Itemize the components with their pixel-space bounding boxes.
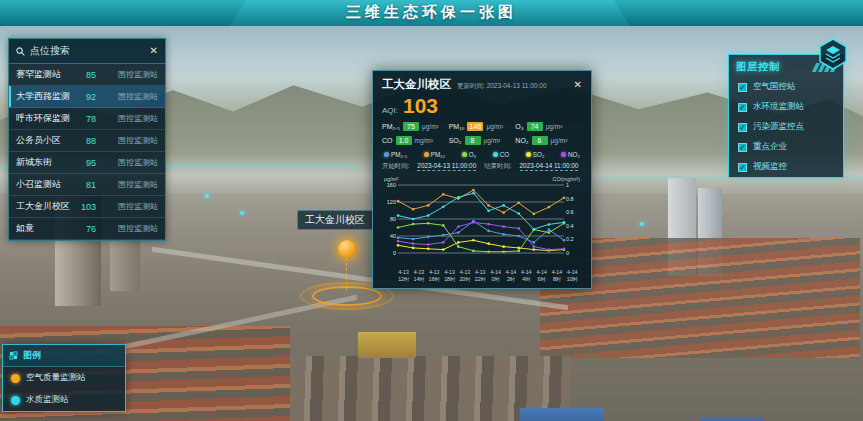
legend-title: 图例: [23, 349, 41, 362]
checkbox-checked-icon[interactable]: ✓: [738, 103, 747, 112]
x-tick-label: 4-148时: [549, 269, 564, 282]
x-tick-label: 4-1322时: [473, 269, 488, 282]
svg-text:1: 1: [566, 182, 569, 188]
station-list: 赛罕监测站85国控监测站大学西路监测站92国控监测站呼市环保监测站78国控监测站…: [9, 64, 165, 240]
station-type: 国控监测站: [100, 91, 158, 102]
layer-toggle[interactable]: ✓重点企业: [729, 137, 843, 157]
pollutant-reading: PM₂.₅75μg/m³: [382, 122, 449, 131]
station-row[interactable]: 如意76国控监测站: [9, 218, 165, 240]
layers-icon[interactable]: [818, 38, 848, 70]
x-tick-label: 4-1410时: [565, 269, 580, 282]
x-tick-label: 4-142时: [503, 269, 518, 282]
close-icon[interactable]: ✕: [150, 46, 158, 56]
layer-label: 视频监控: [753, 161, 787, 173]
svg-text:0: 0: [566, 250, 569, 256]
pollutant-reading: O₃74μg/m³: [515, 122, 582, 131]
station-type: 国控监测站: [100, 201, 158, 212]
layer-toggle[interactable]: ✓水环境监测站: [729, 97, 843, 117]
svg-text:160: 160: [387, 182, 396, 188]
legend-dot: [462, 152, 467, 157]
station-type: 国控监测站: [100, 157, 158, 168]
app-root: { "header": { "title": "三维生态环保一张图" }, "s…: [0, 0, 863, 421]
station-aqi: 85: [74, 70, 96, 80]
app-title: 三维生态环保一张图: [0, 3, 863, 22]
station-row[interactable]: 工大金川校区103国控监测站: [9, 196, 165, 218]
chart-legend-item[interactable]: O₃: [462, 151, 476, 158]
station-type: 国控监测站: [100, 179, 158, 190]
svg-text:120: 120: [387, 199, 396, 205]
aqi-row: AQI: 103: [382, 95, 582, 116]
station-row[interactable]: 大学西路监测站92国控监测站: [9, 86, 165, 108]
chart-legend-item[interactable]: NO₂: [561, 151, 580, 158]
station-type: 国控监测站: [100, 113, 158, 124]
start-time-value[interactable]: 2023-04-13 11:00:00: [417, 162, 476, 171]
station-name: 新城东街: [16, 156, 70, 169]
chart-legend-item[interactable]: CO: [493, 151, 509, 158]
legend-marker-icon: [11, 396, 20, 405]
x-tick-label: 4-140时: [488, 269, 503, 282]
svg-text:0.8: 0.8: [566, 196, 574, 202]
checkbox-checked-icon[interactable]: ✓: [738, 123, 747, 132]
pollutant-name: NO₂: [515, 137, 528, 144]
layer-toggle[interactable]: ✓污染源监控点: [729, 117, 843, 137]
legend-label: SO₂: [533, 151, 545, 158]
poi-dot[interactable]: [640, 222, 644, 226]
x-tick-label: 4-1320时: [457, 269, 472, 282]
map-legend-panel: 图例 空气质量监测站水质监测站: [2, 344, 126, 412]
checkbox-checked-icon[interactable]: ✓: [738, 143, 747, 152]
chart-legend-item[interactable]: PM₂.₅: [384, 151, 407, 158]
legend-icon: [9, 351, 18, 360]
pollutant-reading: CO1.0mg/m³: [382, 136, 449, 145]
station-name: 呼市环保监测站: [16, 112, 70, 125]
building-block: [358, 332, 416, 358]
legend-dot: [561, 152, 566, 157]
station-marker-icon[interactable]: [338, 240, 356, 258]
checkbox-checked-icon[interactable]: ✓: [738, 83, 747, 92]
popup-update-time: 更新时间: 2023-04-13 11:00:00: [457, 82, 568, 91]
pollutant-unit: μg/m³: [551, 137, 568, 144]
svg-text:40: 40: [390, 233, 396, 239]
station-aqi: 78: [74, 114, 96, 124]
station-row[interactable]: 公务员小区88国控监测站: [9, 130, 165, 152]
pollutant-name: CO: [382, 137, 393, 144]
station-search-panel: 点位搜索 ✕ 赛罕监测站85国控监测站大学西路监测站92国控监测站呼市环保监测站…: [8, 38, 166, 241]
pollutant-trend-chart: μg/m³CO(mg/m³)0408012016000.20.40.60.81 …: [382, 173, 582, 282]
station-row[interactable]: 呼市环保监测站78国控监测站: [9, 108, 165, 130]
legend-item: 空气质量监测站: [3, 367, 125, 389]
warehouse-roof: [520, 408, 604, 421]
chart-legend-item[interactable]: PM₁₀: [424, 151, 445, 158]
legend-dot: [424, 152, 429, 157]
pollutant-value-chip: 74: [527, 122, 543, 131]
station-name: 小召监测站: [16, 178, 70, 191]
station-aqi: 103: [74, 202, 96, 212]
poi-dot[interactable]: [240, 211, 244, 215]
svg-text:0.4: 0.4: [566, 223, 574, 229]
close-icon[interactable]: ✕: [574, 80, 582, 90]
station-row[interactable]: 小召监测站81国控监测站: [9, 174, 165, 196]
station-name: 大学西路监测站: [16, 90, 70, 103]
checkbox-checked-icon[interactable]: ✓: [738, 163, 747, 172]
poi-dot[interactable]: [205, 194, 209, 198]
aqi-value: 103: [403, 95, 438, 116]
pollutant-name: SO₂: [449, 137, 462, 144]
svg-text:0.6: 0.6: [566, 209, 574, 215]
legend-item: 水质监测站: [3, 389, 125, 411]
station-row[interactable]: 赛罕监测站85国控监测站: [9, 64, 165, 86]
legend-dot: [493, 152, 498, 157]
chart-legend-item[interactable]: SO₂: [526, 151, 545, 158]
pollutant-name: PM₁₀: [449, 123, 465, 130]
layer-toggle[interactable]: ✓视频监控: [729, 157, 843, 177]
map-station-label[interactable]: 工大金川校区: [297, 210, 373, 230]
station-row[interactable]: 新城东街95国控监测站: [9, 152, 165, 174]
svg-text:0: 0: [393, 250, 396, 256]
station-aqi: 81: [74, 180, 96, 190]
pollutant-name: O₃: [515, 123, 523, 130]
legend-dot: [384, 152, 389, 157]
end-time-value[interactable]: 2023-04-14 11:00:00: [520, 162, 579, 171]
pollutant-unit: μg/m³: [546, 123, 563, 130]
station-detail-popup: 工大金川校区 更新时间: 2023-04-13 11:00:00 ✕ AQI: …: [372, 70, 592, 289]
station-type: 国控监测站: [100, 69, 158, 80]
legend-label: PM₁₀: [431, 151, 445, 158]
pollutant-reading: PM₁₀148μg/m³: [449, 122, 516, 131]
layer-toggle[interactable]: ✓空气国控站: [729, 77, 843, 97]
